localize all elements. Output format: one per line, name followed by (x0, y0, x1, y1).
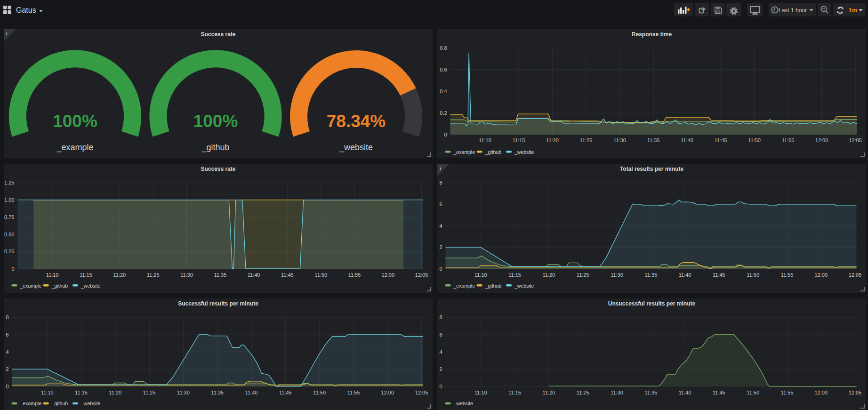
svg-text:11:20: 11:20 (543, 272, 555, 278)
svg-text:11:40: 11:40 (681, 137, 693, 143)
svg-text:11:15: 11:15 (75, 390, 88, 395)
svg-text:_example: _example (20, 283, 42, 289)
svg-text:0.25: 0.25 (4, 249, 14, 254)
svg-text:11:20: 11:20 (109, 390, 122, 395)
svg-text:4: 4 (439, 223, 442, 229)
svg-text:11:45: 11:45 (279, 390, 292, 395)
svg-text:100%: 100% (193, 112, 238, 131)
svg-text:6: 6 (439, 332, 442, 338)
svg-text:11:45: 11:45 (713, 390, 725, 395)
svg-text:11:55: 11:55 (781, 390, 794, 395)
svg-text:11:50: 11:50 (747, 272, 759, 278)
svg-text:11:35: 11:35 (211, 390, 224, 395)
svg-text:11:15: 11:15 (508, 272, 521, 278)
svg-text:11:10: 11:10 (46, 272, 59, 278)
svg-text:11:30: 11:30 (177, 390, 190, 395)
svg-text:11:20: 11:20 (543, 390, 555, 395)
svg-text:11:35: 11:35 (644, 272, 657, 278)
svg-text:11:10: 11:10 (41, 390, 54, 395)
svg-text:11:20: 11:20 (546, 137, 559, 143)
svg-text:11:35: 11:35 (647, 137, 660, 143)
svg-text:_example: _example (453, 149, 475, 155)
svg-text:_example: _example (453, 283, 475, 289)
svg-text:2: 2 (439, 244, 442, 250)
svg-text:_github: _github (485, 149, 502, 155)
svg-text:100%: 100% (53, 112, 97, 131)
svg-text:11:10: 11:10 (479, 137, 491, 143)
svg-text:_github: _github (485, 283, 502, 289)
svg-text:11:30: 11:30 (180, 272, 193, 278)
svg-text:0.50: 0.50 (4, 232, 14, 237)
svg-text:_github: _github (201, 143, 229, 153)
svg-text:12:00: 12:00 (815, 390, 828, 395)
svg-text:6: 6 (6, 332, 8, 338)
svg-text:11:35: 11:35 (644, 390, 657, 395)
svg-text:0: 0 (444, 132, 447, 137)
svg-text:11:25: 11:25 (143, 390, 156, 395)
svg-text:i: i (6, 31, 8, 36)
svg-text:12:00: 12:00 (815, 137, 828, 143)
svg-text:11:45: 11:45 (713, 272, 725, 278)
svg-text:11:30: 11:30 (611, 272, 623, 278)
svg-text:_github: _github (51, 401, 68, 406)
svg-text:11:45: 11:45 (281, 272, 294, 278)
svg-text:11:15: 11:15 (80, 272, 92, 278)
svg-text:8: 8 (439, 314, 442, 320)
svg-text:0.75: 0.75 (4, 214, 14, 220)
svg-text:11:25: 11:25 (580, 137, 593, 143)
svg-text:11:30: 11:30 (611, 390, 623, 395)
svg-text:_website: _website (339, 143, 373, 153)
svg-text:0: 0 (11, 266, 14, 272)
svg-text:6: 6 (439, 201, 442, 207)
svg-text:11:25: 11:25 (577, 390, 589, 395)
svg-text:0: 0 (439, 384, 442, 389)
svg-text:1.00: 1.00 (4, 197, 14, 203)
svg-text:_github: _github (51, 283, 68, 289)
svg-text:11:25: 11:25 (147, 272, 160, 278)
svg-text:_website: _website (514, 149, 534, 155)
svg-text:_example: _example (56, 143, 93, 153)
svg-text:11:35: 11:35 (214, 272, 226, 278)
svg-text:11:40: 11:40 (248, 272, 260, 278)
svg-text:12:05: 12:05 (415, 390, 428, 395)
svg-text:11:15: 11:15 (513, 137, 525, 143)
svg-text:11:10: 11:10 (474, 272, 487, 278)
svg-text:1.25: 1.25 (4, 180, 14, 185)
svg-text:_website: _website (453, 401, 474, 406)
svg-text:11:50: 11:50 (747, 390, 759, 395)
svg-text:12:05: 12:05 (849, 137, 862, 143)
svg-text:4: 4 (439, 349, 442, 355)
svg-text:12:05: 12:05 (849, 390, 862, 395)
svg-text:8: 8 (6, 314, 8, 320)
svg-text:12:05: 12:05 (415, 272, 428, 278)
svg-text:0.4: 0.4 (440, 88, 447, 94)
svg-text:12:05: 12:05 (849, 272, 862, 278)
svg-text:0: 0 (439, 266, 442, 272)
svg-text:11:50: 11:50 (313, 390, 326, 395)
svg-text:11:15: 11:15 (508, 390, 521, 395)
svg-text:8: 8 (439, 180, 442, 185)
svg-text:2: 2 (6, 366, 8, 372)
svg-text:11:50: 11:50 (314, 272, 327, 278)
svg-text:0.8: 0.8 (440, 45, 447, 51)
svg-text:_website: _website (80, 283, 101, 289)
svg-text:0.6: 0.6 (440, 67, 447, 72)
svg-text:_website: _website (80, 401, 101, 406)
svg-text:11:55: 11:55 (781, 272, 794, 278)
svg-text:0: 0 (6, 384, 8, 389)
svg-text:_website: _website (514, 283, 534, 289)
svg-text:11:30: 11:30 (613, 137, 626, 143)
svg-text:12:00: 12:00 (381, 390, 394, 395)
svg-text:11:55: 11:55 (347, 390, 360, 395)
svg-text:12:00: 12:00 (382, 272, 395, 278)
svg-text:11:55: 11:55 (782, 137, 795, 143)
svg-text:11:20: 11:20 (113, 272, 126, 278)
svg-text:78.34%: 78.34% (327, 112, 386, 131)
svg-text:0.2: 0.2 (440, 110, 447, 116)
svg-text:11:45: 11:45 (715, 137, 727, 143)
svg-text:4: 4 (6, 349, 8, 355)
svg-text:11:55: 11:55 (348, 272, 361, 278)
svg-text:11:25: 11:25 (577, 272, 589, 278)
svg-text:11:40: 11:40 (245, 390, 258, 395)
svg-text:11:10: 11:10 (474, 390, 487, 395)
